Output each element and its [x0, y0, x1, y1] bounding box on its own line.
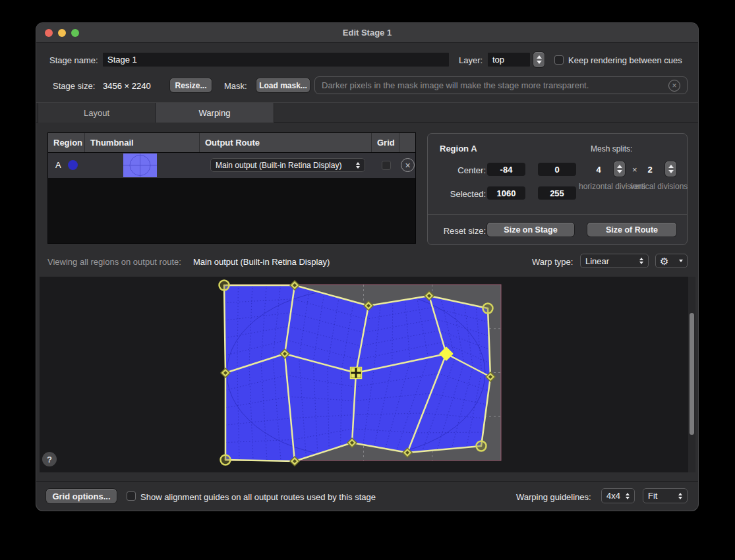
- mesh-splits-label: Mesh splits:: [591, 144, 632, 154]
- close-button[interactable]: [45, 29, 53, 37]
- size-of-route-button[interactable]: Size of Route: [587, 223, 676, 237]
- warp-mesh[interactable]: [40, 277, 695, 472]
- size-on-stage-button[interactable]: Size on Stage: [487, 223, 574, 237]
- stage-name-label: Stage name:: [49, 55, 98, 65]
- warping-guidelines-label: Warping guidelines:: [516, 492, 591, 502]
- window-title: Edit Stage 1: [36, 23, 698, 43]
- minimize-button[interactable]: [58, 29, 66, 37]
- selected-x-input[interactable]: 1060: [487, 186, 525, 200]
- alignment-guides-label: Show alignment guides on all output rout…: [140, 492, 376, 502]
- stepper-up-icon[interactable]: [668, 165, 674, 168]
- stepper-down-icon[interactable]: [537, 61, 542, 64]
- region-color-dot: [68, 160, 78, 170]
- tab-layout[interactable]: Layout: [38, 103, 156, 123]
- zoom-button[interactable]: [71, 29, 79, 37]
- guidelines-grid-value: 4x4: [606, 491, 620, 501]
- layer-input[interactable]: top: [488, 53, 530, 67]
- stage-size-value: 3456 × 2240: [103, 81, 151, 91]
- stepper-up-icon[interactable]: [537, 55, 542, 59]
- warp-type-dropdown[interactable]: Linear: [580, 254, 649, 268]
- vertical-divisions-stepper[interactable]: [665, 161, 676, 177]
- footer-divider: [36, 481, 698, 482]
- resize-button[interactable]: Resize...: [170, 78, 212, 92]
- region-panel: Region A Mesh splits: Center: -84 0 4 × …: [427, 133, 688, 245]
- guidelines-fit-dropdown[interactable]: Fit: [643, 488, 688, 503]
- column-header-region: Region: [48, 133, 85, 152]
- tab-warping[interactable]: Warping: [156, 103, 274, 123]
- stage-size-label: Stage size:: [53, 81, 95, 91]
- reset-size-label: Reset size:: [438, 226, 486, 236]
- mask-field[interactable]: Darker pixels in the mask image will mak…: [314, 76, 688, 94]
- panel-divider: [428, 214, 687, 215]
- dropdown-chevrons-icon: [678, 493, 682, 499]
- stepper-down-icon[interactable]: [617, 170, 622, 173]
- times-symbol: ×: [632, 165, 637, 175]
- edit-stage-window: Edit Stage 1 Stage name: Stage 1 Layer: …: [36, 23, 698, 511]
- region-name: A: [55, 160, 61, 170]
- stepper-down-icon[interactable]: [668, 170, 674, 173]
- load-mask-button[interactable]: Load mask...: [256, 78, 310, 92]
- stage-name-input[interactable]: Stage 1: [103, 53, 449, 67]
- title-bar: Edit Stage 1: [36, 23, 698, 43]
- selected-y-input[interactable]: 255: [538, 186, 576, 200]
- column-header-output-route: Output Route: [200, 133, 372, 152]
- mask-clear-icon[interactable]: ×: [668, 80, 680, 92]
- warp-canvas[interactable]: ?: [40, 277, 695, 472]
- warp-type-value: Linear: [585, 256, 609, 266]
- center-y-input[interactable]: 0: [538, 163, 576, 176]
- regions-table: Region Thumbnail Output Route Grid A Mai…: [47, 132, 416, 244]
- gear-icon: ⚙: [660, 256, 668, 266]
- help-button[interactable]: ?: [42, 452, 57, 466]
- scrollbar-thumb[interactable]: [690, 313, 694, 435]
- layer-label: Layer:: [459, 55, 483, 65]
- warp-settings-dropdown[interactable]: ⚙: [655, 254, 688, 268]
- chevron-down-icon: [679, 260, 683, 262]
- vertical-divisions-value[interactable]: 2: [643, 165, 657, 175]
- dropdown-chevrons-icon: [626, 493, 630, 499]
- output-route-value: Main output (Built-in Retina Display): [216, 161, 341, 170]
- column-header-actions: [399, 133, 415, 152]
- guidelines-grid-dropdown[interactable]: 4x4: [601, 488, 635, 503]
- layer-value: top: [492, 55, 504, 65]
- keep-rendering-checkbox[interactable]: [554, 55, 564, 65]
- remove-region-button[interactable]: ×: [401, 158, 415, 172]
- viewing-regions-value: Main output (Built-in Retina Display): [193, 257, 330, 267]
- regions-table-header: Region Thumbnail Output Route Grid: [48, 133, 415, 153]
- region-thumbnail: [123, 154, 157, 177]
- keep-rendering-label: Keep rendering between cues: [568, 55, 682, 65]
- output-route-dropdown[interactable]: Main output (Built-in Retina Display): [210, 158, 365, 172]
- mask-placeholder: Darker pixels in the mask image will mak…: [322, 80, 589, 90]
- column-header-thumbnail: Thumbnail: [85, 133, 200, 152]
- horizontal-divisions-stepper[interactable]: [614, 161, 625, 177]
- viewing-regions-label: Viewing all regions on output route:: [47, 257, 181, 267]
- vertical-divisions-label: vertical divisions: [630, 182, 684, 192]
- selected-label: Selected:: [441, 189, 486, 199]
- grid-checkbox[interactable]: [382, 161, 391, 170]
- guidelines-fit-value: Fit: [648, 491, 657, 501]
- alignment-guides-checkbox[interactable]: [127, 491, 136, 501]
- horizontal-divisions-value[interactable]: 4: [591, 165, 606, 175]
- traffic-lights: [45, 29, 79, 37]
- stepper-up-icon[interactable]: [617, 165, 622, 168]
- column-header-grid: Grid: [372, 133, 399, 152]
- table-row[interactable]: A Main output (Built-in Retina Display) …: [48, 153, 415, 178]
- stage-name-value: Stage 1: [107, 55, 137, 65]
- region-panel-title: Region A: [440, 144, 477, 154]
- horizontal-divisions-label: horizontal divisions: [579, 182, 633, 192]
- center-label: Center:: [441, 165, 486, 175]
- dropdown-chevrons-icon: [356, 162, 360, 169]
- warp-type-label: Warp type:: [532, 257, 573, 267]
- tab-bar: Layout Warping: [36, 102, 698, 123]
- grid-options-button[interactable]: Grid options...: [46, 489, 117, 503]
- dropdown-chevrons-icon: [639, 258, 643, 264]
- mask-label: Mask:: [224, 81, 247, 91]
- center-x-input[interactable]: -84: [487, 163, 525, 176]
- layer-stepper[interactable]: [533, 52, 544, 67]
